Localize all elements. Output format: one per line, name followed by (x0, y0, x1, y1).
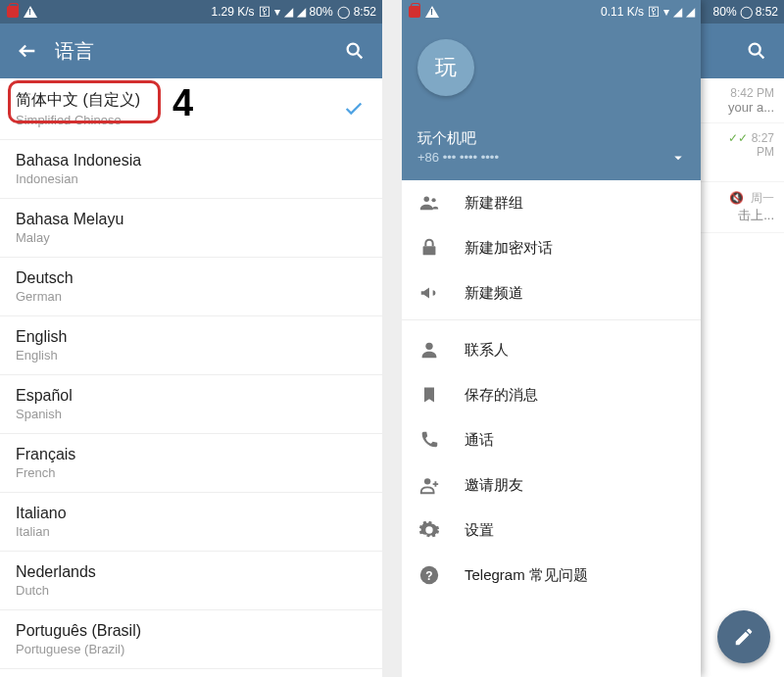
status-bar: 0.11 K/s ⚿ ▾ ◢ ◢ (402, 0, 701, 24)
signal-icon-2: ◢ (297, 5, 306, 19)
menu-faq[interactable]: ? Telegram 常见问题 (402, 553, 701, 598)
language-list: 简体中文 (自定义)Simplified ChineseBahasa Indon… (0, 78, 382, 677)
netspeed: 0.11 K/s (601, 5, 644, 19)
language-name: Deutsch (16, 269, 367, 287)
language-item[interactable]: Bahasa MelayuMalay (0, 199, 382, 258)
menu-label: 联系人 (465, 341, 509, 360)
compose-fab[interactable] (717, 610, 770, 663)
gear-icon (417, 518, 441, 542)
search-button[interactable] (335, 31, 374, 71)
search-button[interactable] (737, 31, 776, 71)
menu-label: 新建群组 (465, 194, 523, 213)
language-item[interactable]: ItalianoItalian (0, 493, 382, 552)
language-item[interactable]: EnglishEnglish (0, 316, 382, 375)
language-subtitle: Italian (16, 524, 367, 539)
chat-preview: 击上... (710, 207, 774, 224)
key-icon: ⚿ (648, 5, 660, 19)
bag-icon (6, 5, 20, 19)
battery-text: 80% (713, 5, 737, 19)
phone-icon (417, 428, 441, 452)
navigation-drawer: 0.11 K/s ⚿ ▾ ◢ ◢ 玩 玩个机吧 +86 ••• •••• •••… (402, 0, 701, 677)
language-subtitle: French (16, 465, 367, 480)
person-add-icon (417, 473, 441, 497)
drawer-header[interactable]: 玩 玩个机吧 +86 ••• •••• •••• (402, 24, 701, 180)
chat-list-peek: 8:42 PM your a... ✓✓ 8:27 PM 🔇 周一 击上... (701, 0, 784, 677)
person-icon (417, 338, 441, 362)
chat-preview: your a... (710, 100, 774, 115)
signal-icon: ◢ (673, 5, 682, 19)
chat-preview (710, 159, 774, 173)
menu-settings[interactable]: 设置 (402, 508, 701, 553)
language-name: Bahasa Melayu (16, 211, 367, 228)
language-item[interactable]: Português (Brasil)Portuguese (Brazil) (0, 610, 382, 669)
language-subtitle: Indonesian (16, 171, 367, 186)
menu-label: 保存的消息 (465, 386, 538, 405)
menu-new-group[interactable]: 新建群组 (402, 180, 701, 225)
megaphone-icon (417, 281, 441, 305)
language-item[interactable]: FrançaisFrench (0, 434, 382, 493)
signal-icon: ◢ (284, 5, 293, 19)
avatar-initial: 玩 (435, 53, 457, 82)
menu-new-channel[interactable]: 新建频道 (402, 270, 701, 315)
phone-right: 8:42 PM your a... ✓✓ 8:27 PM 🔇 周一 击上... … (402, 0, 784, 677)
language-name: Português (Brasil) (16, 622, 367, 640)
wifi-icon: ▾ (663, 5, 669, 19)
group-icon (417, 191, 441, 215)
svg-point-2 (424, 197, 430, 203)
menu-label: 新建频道 (465, 284, 523, 303)
svg-rect-4 (423, 246, 436, 255)
language-name: Français (16, 446, 367, 463)
language-item[interactable]: DeutschGerman (0, 258, 382, 316)
check-icon (343, 98, 365, 120)
menu-label: 通话 (465, 431, 494, 450)
menu-label: 邀请朋友 (465, 476, 523, 495)
menu-calls[interactable]: 通话 (402, 417, 701, 462)
menu-contacts[interactable]: 联系人 (402, 327, 701, 372)
peek-toolbar (701, 24, 784, 78)
chat-time: 8:27 PM (752, 131, 774, 159)
menu-label: 新建加密对话 (465, 239, 553, 258)
menu-new-secret-chat[interactable]: 新建加密对话 (402, 225, 701, 270)
chat-time: 8:42 PM (710, 86, 774, 100)
language-item[interactable]: NederlandsDutch (0, 552, 382, 610)
language-name: Bahasa Indonesia (16, 152, 367, 169)
battery-text: 80% (310, 5, 333, 19)
svg-point-3 (431, 198, 435, 202)
language-subtitle: Spanish (16, 407, 367, 421)
chat-row[interactable]: 8:42 PM your a... (701, 78, 784, 123)
language-subtitle: English (16, 348, 367, 363)
lock-icon (417, 236, 441, 260)
svg-point-1 (750, 44, 760, 55)
language-name: English (16, 328, 367, 346)
menu-saved-messages[interactable]: 保存的消息 (402, 372, 701, 417)
bag-icon (408, 5, 421, 19)
language-subtitle: German (16, 289, 367, 304)
back-button[interactable] (8, 31, 47, 71)
annotation-step-number: 4 (172, 82, 193, 124)
signal-icon-2: ◢ (686, 5, 695, 19)
phone-left: 1.29 K/s ⚿ ▾ ◢ ◢ 80% ◯ 8:52 语言 简体中文 (自定义… (0, 0, 382, 677)
key-icon: ⚿ (259, 5, 270, 19)
chevron-down-icon[interactable] (669, 149, 687, 167)
help-icon: ? (417, 563, 441, 587)
phone-number: +86 ••• •••• •••• (417, 150, 685, 165)
avatar: 玩 (417, 39, 474, 96)
username: 玩个机吧 (417, 129, 685, 148)
clock-text: 8:52 (354, 5, 376, 19)
chat-row[interactable]: 🔇 周一 击上... (701, 182, 784, 233)
language-name: Nederlands (16, 563, 367, 581)
svg-point-0 (348, 44, 359, 55)
menu-label: Telegram 常见问题 (465, 566, 588, 585)
clock-text: 8:52 (756, 5, 778, 19)
language-item[interactable]: Bahasa IndonesiaIndonesian (0, 140, 382, 199)
svg-point-6 (424, 478, 430, 484)
language-item[interactable]: EspañolSpanish (0, 375, 382, 434)
read-icon: ✓✓ (728, 131, 748, 145)
language-item[interactable]: РусскийRussian (0, 669, 382, 677)
chat-row[interactable]: ✓✓ 8:27 PM (701, 123, 784, 182)
status-bar-peek: 80% ◯ 8:52 (701, 0, 784, 24)
language-subtitle: Dutch (16, 583, 367, 598)
toolbar: 语言 (0, 24, 382, 78)
menu-invite-friends[interactable]: 邀请朋友 (402, 462, 701, 508)
bookmark-icon (417, 383, 441, 407)
